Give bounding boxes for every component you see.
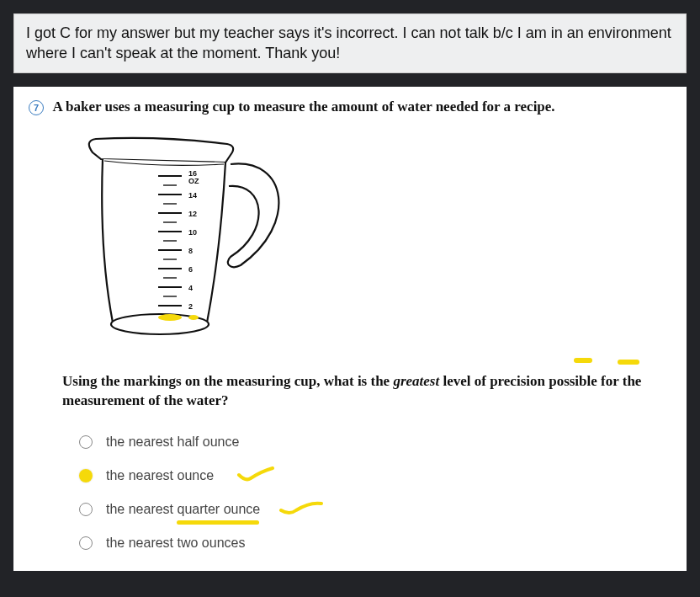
subq-italic: greatest	[393, 373, 439, 389]
radio-icon	[79, 469, 93, 482]
option-a[interactable]: the nearest half ounce	[79, 434, 671, 450]
question-header: 7 A baker uses a measuring cup to measur…	[29, 99, 671, 115]
option-c[interactable]: the nearest quarter ounce	[79, 502, 671, 517]
cup-label-8: 8	[188, 247, 193, 255]
cup-label-2: 2	[188, 302, 193, 311]
radio-icon	[79, 536, 93, 550]
checkmark-annotation	[278, 500, 325, 519]
question-number: 7	[29, 100, 44, 115]
radio-icon	[79, 435, 93, 449]
cup-label-oz: OZ	[188, 177, 199, 185]
subq-prefix: Using the markings on the measuring cup,…	[62, 373, 393, 389]
question-card: 7 A baker uses a measuring cup to measur…	[13, 87, 687, 572]
radio-icon	[79, 503, 93, 516]
highlight-mark	[574, 358, 592, 363]
measuring-cup-svg: 16 OZ 14 12 10 8 6 4 2	[59, 134, 294, 353]
highlight-mark	[188, 315, 199, 320]
option-label: the nearest quarter ounce	[106, 502, 260, 517]
measuring-cup-figure: 16 OZ 14 12 10 8 6 4 2	[59, 134, 671, 356]
option-d[interactable]: the nearest two ounces	[79, 536, 671, 551]
cup-label-14: 14	[188, 191, 197, 200]
sub-question: Using the markings on the measuring cup,…	[62, 371, 671, 412]
cup-label-12: 12	[188, 210, 197, 218]
checkmark-annotation	[236, 466, 276, 485]
option-label: the nearest ounce	[106, 468, 214, 483]
highlight-mark	[618, 360, 639, 365]
underline-annotation	[177, 520, 259, 525]
user-message: I got C for my answer but my teacher say…	[13, 13, 687, 73]
option-label: the nearest two ounces	[106, 536, 245, 551]
cup-label-10: 10	[188, 228, 197, 237]
question-prompt: A baker uses a measuring cup to measure …	[52, 99, 554, 115]
cup-label-4: 4	[188, 284, 193, 292]
cup-label-6: 6	[188, 265, 193, 274]
highlight-mark	[158, 314, 182, 321]
option-b[interactable]: the nearest ounce	[79, 468, 671, 483]
option-label: the nearest half ounce	[106, 434, 239, 450]
options-list: the nearest half ounce the nearest ounce…	[79, 434, 671, 551]
